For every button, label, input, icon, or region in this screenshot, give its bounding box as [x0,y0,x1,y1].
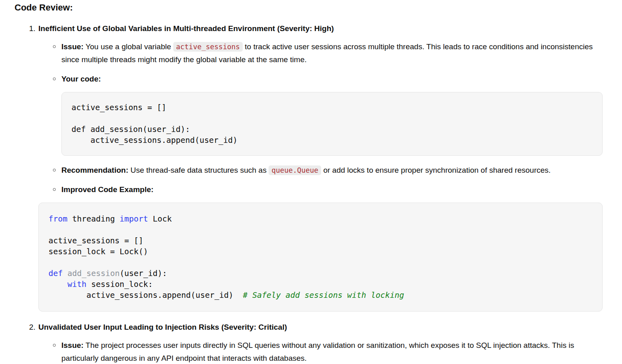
item-1-title: Inefficient Use of Global Variables in M… [38,23,334,34]
your-code-label: Your code: [61,75,101,83]
code-token-keyword: with [67,280,86,289]
issue-bullet: Issue: The project processes user inputs… [61,339,603,364]
item-1-bullets-bottom: Recommendation: Use thread-safe data str… [29,164,603,196]
recommendation-text-continued: or add locks to ensure proper synchroniz… [321,166,551,174]
review-item-2: 2. Unvalidated User Input Leading to Inj… [29,322,603,364]
bullet-circle-icon [53,344,56,347]
code-token-keyword: def [48,269,63,278]
improved-code-block: from threading import Lock active_sessio… [38,203,603,312]
bullet-circle-icon [53,188,56,191]
item-1-number: 1. [29,23,38,34]
item-1-body: Issue: You use a global variable active_… [29,40,603,312]
recommendation-label: Recommendation: [61,166,128,174]
item-1-heading: 1. Inefficient Use of Global Variables i… [29,23,603,34]
item-2-bullets: Issue: The project processes user inputs… [29,339,603,364]
code-token-keyword: from [48,214,67,224]
inline-code-queue-queue: queue.Queue [269,165,321,175]
inline-code-active-sessions: active_sessions [173,42,243,52]
code-token-comment: # Safely add sessions with locking [243,291,404,300]
issue-text: The project processes user inputs direct… [61,341,574,362]
improved-code-label: Improved Code Example: [61,185,153,194]
improved-code-bullet: Improved Code Example: [61,183,603,196]
original-code-block: active_sessions = [] def add_session(use… [61,92,603,156]
issue-bullet: Issue: You use a global variable active_… [61,40,603,66]
issue-label: Issue: [61,341,84,349]
item-1-bullets-top: Issue: You use a global variable active_… [29,40,603,86]
code-token-keyword: import [120,214,148,224]
bullet-circle-icon [53,169,56,172]
code-token-plain: threading [67,214,120,224]
review-item-1: 1. Inefficient Use of Global Variables i… [29,23,603,312]
issue-label: Issue: [61,42,84,51]
item-2-number: 2. [29,322,38,333]
item-2-body: Issue: The project processes user inputs… [29,339,603,364]
recommendation-text: Use thread-safe data structures such as [128,166,269,174]
item-2-heading: 2. Unvalidated User Input Leading to Inj… [29,322,603,333]
page-title: Code Review: [15,2,603,14]
your-code-bullet: Your code: [61,73,603,86]
item-2-title: Unvalidated User Input Leading to Inject… [38,322,287,333]
code-token-function: add_session [67,269,120,278]
bullet-circle-icon [53,77,56,80]
recommendation-bullet: Recommendation: Use thread-safe data str… [61,164,603,177]
issue-text: You use a global variable [84,42,173,51]
code-token-plain [63,269,67,278]
code-review-document: Code Review: 1. Inefficient Use of Globa… [0,0,622,364]
bullet-circle-icon [53,45,56,48]
